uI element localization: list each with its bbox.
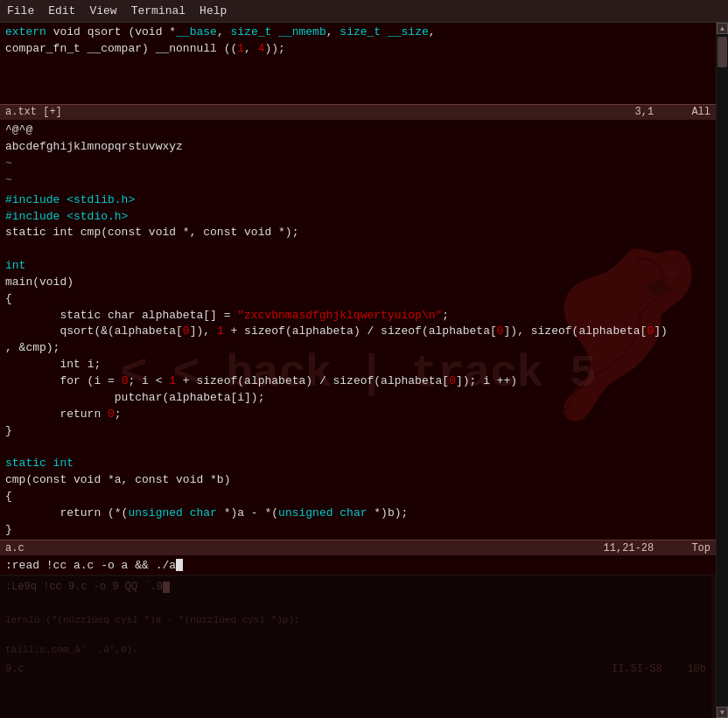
scrollbar-thumb[interactable] bbox=[718, 37, 727, 67]
command-line[interactable]: :read !cc a.c -o a && ./a bbox=[0, 555, 716, 575]
scrollbar-up-btn[interactable]: ▲ bbox=[717, 23, 728, 34]
atxt-position: 3,1 All bbox=[635, 106, 710, 118]
ac-include-2: #include <stdio.h> bbox=[5, 209, 710, 226]
scrollbar: ▲ ▼ bbox=[716, 23, 728, 718]
ac-return-expr: return (*(unsigned char *)a - *(unsigned… bbox=[5, 505, 710, 522]
pane-stdlib: extern void qsort (void *__base, size_t … bbox=[0, 23, 716, 104]
ac-proto: static int cmp(const void *, const void … bbox=[5, 225, 710, 241]
ac-main-sig: main(void) bbox=[5, 275, 710, 291]
reflection-content: :Le9q !cc 9.c -o 9 QQ `.9 lernlü (*(nüzz… bbox=[0, 576, 711, 680]
stdlib-line-1: extern void qsort (void *__base, size_t … bbox=[5, 24, 710, 41]
main-area: extern void qsort (void *__base, size_t … bbox=[0, 23, 728, 718]
ac-blank-1 bbox=[5, 241, 710, 258]
refl-code-2: tälll;c.com_ä°` .ä°,0). bbox=[5, 644, 706, 658]
refl-code-1: lernlü (*(nüzzlüeq cysl *)ä - *(nüzzlüeq… bbox=[5, 614, 706, 628]
ac-alphabeta-decl: static char alphabeta[] = "zxcvbnmasdfgh… bbox=[5, 308, 710, 324]
menu-terminal[interactable]: Terminal bbox=[131, 4, 186, 17]
refl-blank bbox=[5, 599, 706, 614]
ac-filename: a.c bbox=[5, 542, 24, 554]
stdlib-code: extern void qsort (void *__base, size_t … bbox=[0, 23, 716, 104]
cmd-text: :read !cc a.c -o a && ./a bbox=[5, 559, 176, 572]
atxt-content: ^@^@ abcdefghijklmnopqrstuvwxyz ~ ~ bbox=[0, 120, 716, 190]
refl-cmdline: :Le9q !cc 9.c -o 9 QQ `.9 bbox=[5, 580, 706, 595]
menubar: File Edit View Terminal Help bbox=[0, 0, 728, 23]
pane-ac: < < back | track 5 #include <stdlib.h> #… bbox=[0, 191, 716, 556]
refl-status: 9.c II,SI-S8 10b bbox=[5, 662, 706, 677]
ac-qsort-end: , &cmp); bbox=[5, 340, 710, 357]
atxt-line-3: ~ bbox=[5, 156, 710, 172]
menu-edit[interactable]: Edit bbox=[48, 4, 75, 17]
ac-brace-close-1: } bbox=[5, 423, 710, 440]
terminal-content: extern void qsort (void *__base, size_t … bbox=[0, 23, 716, 718]
atxt-line-4: ~ bbox=[5, 172, 710, 189]
ac-int: int bbox=[5, 258, 710, 275]
ac-for: for (i = 0; i < 1 + sizeof(alphabeta) / … bbox=[5, 373, 710, 390]
ac-code: #include <stdlib.h> #include <stdio.h> s… bbox=[0, 191, 716, 540]
atxt-line-1: ^@^@ bbox=[5, 122, 710, 139]
menu-view[interactable]: View bbox=[89, 4, 116, 17]
menu-help[interactable]: Help bbox=[200, 4, 227, 17]
status-bar-ac: a.c 11,21-28 Top bbox=[0, 540, 716, 555]
ac-brace-close-2: } bbox=[5, 522, 710, 539]
ac-qsort-call: qsort(&(alphabeta[0]), 1 + sizeof(alphab… bbox=[5, 324, 710, 340]
ac-cmp-sig: cmp(const void *a, const void *b) bbox=[5, 472, 710, 489]
ac-static-int: static int bbox=[5, 456, 710, 472]
atxt-line-2: abcdefghijklmnopqrstuvwxyz bbox=[5, 139, 710, 156]
menu-file[interactable]: File bbox=[7, 4, 34, 17]
cmd-cursor bbox=[176, 559, 183, 571]
atxt-filename: a.txt [+] bbox=[5, 106, 62, 118]
scrollbar-down-btn[interactable]: ▼ bbox=[717, 707, 728, 718]
status-bar-atxt: a.txt [+] 3,1 All bbox=[0, 104, 716, 120]
ac-brace-open-2: { bbox=[5, 489, 710, 505]
ac-include-1: #include <stdlib.h> bbox=[5, 192, 710, 209]
ac-brace-open: { bbox=[5, 291, 710, 308]
ac-blank-2 bbox=[5, 439, 710, 456]
ac-return: return 0; bbox=[5, 407, 710, 423]
ac-position: 11,21-28 Top bbox=[604, 542, 710, 554]
stdlib-line-2: compar_fn_t __compar) __nonnull ((1, 4))… bbox=[5, 41, 710, 58]
ac-int-i: int i; bbox=[5, 357, 710, 373]
scrollbar-track bbox=[717, 34, 728, 707]
refl-blank-2 bbox=[5, 628, 706, 643]
terminal-reflection: :Le9q !cc 9.c -o 9 QQ `.9 lernlü (*(nüzz… bbox=[0, 575, 711, 718]
ac-putchar: putchar(alphabeta[i]); bbox=[5, 390, 710, 407]
pane-atxt: a.txt [+] 3,1 All ^@^@ abcdefghijklmnopq… bbox=[0, 104, 716, 190]
